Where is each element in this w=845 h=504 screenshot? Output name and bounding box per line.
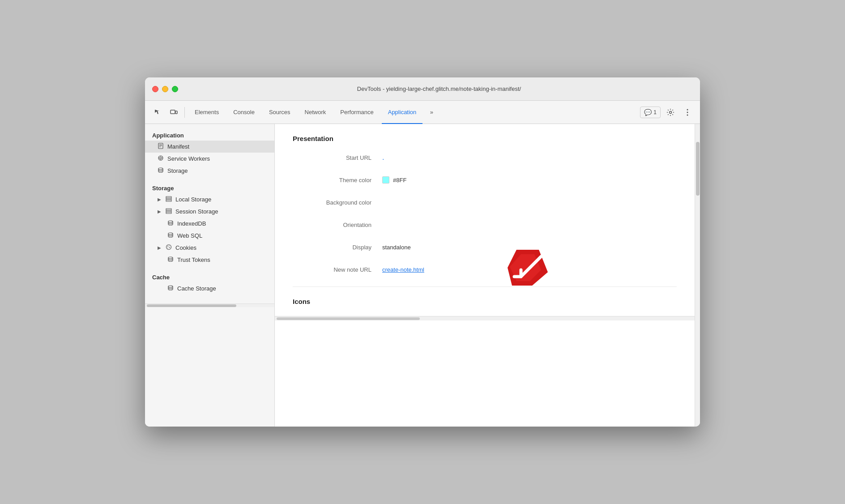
sidebar-item-cache-storage[interactable]: Cache Storage xyxy=(145,282,274,295)
content-scrollbar-thumb xyxy=(277,317,420,320)
tab-sources[interactable]: Sources xyxy=(263,101,297,124)
svg-point-4 xyxy=(687,111,688,113)
svg-point-24 xyxy=(168,233,173,235)
sidebar-item-service-workers[interactable]: Service Workers xyxy=(145,153,274,165)
svg-rect-1 xyxy=(175,111,177,114)
svg-point-23 xyxy=(168,221,173,222)
start-url-label: Start URL xyxy=(293,154,382,161)
device-toolbar-button[interactable] xyxy=(166,105,181,120)
more-tabs-button[interactable]: » xyxy=(424,105,439,120)
manifest-icon xyxy=(158,143,164,150)
content-area: Presentation Start URL . Theme color #8F… xyxy=(275,124,695,427)
local-storage-icon xyxy=(166,196,172,203)
manifest-label: Manifest xyxy=(167,143,189,150)
close-button[interactable] xyxy=(152,86,158,92)
sidebar-scrollbar[interactable] xyxy=(145,303,274,307)
theme-color-row: Theme color #8FF xyxy=(293,174,677,186)
inspect-element-button[interactable] xyxy=(150,105,165,120)
svg-rect-17 xyxy=(166,196,171,198)
messages-button[interactable]: 💬 1 xyxy=(640,107,661,118)
cache-storage-label: Cache Storage xyxy=(177,285,216,292)
session-storage-chevron: ▶ xyxy=(158,209,161,214)
more-options-button[interactable] xyxy=(680,105,695,120)
maximize-button[interactable] xyxy=(172,86,178,92)
display-label: Display xyxy=(293,244,382,251)
svg-rect-20 xyxy=(166,209,171,210)
storage-label: Storage xyxy=(167,167,188,174)
sidebar-item-manifest[interactable]: Manifest xyxy=(145,141,274,153)
cookies-icon xyxy=(166,244,172,252)
orientation-label: Orientation xyxy=(293,222,382,228)
sidebar-item-storage[interactable]: Storage xyxy=(145,165,274,177)
websql-label: Web SQL xyxy=(177,232,202,239)
session-storage-label: Session Storage xyxy=(175,208,218,215)
main-area: Application Manifest Service Workers Sto… xyxy=(145,124,700,427)
new-note-url-value[interactable]: create-note.html xyxy=(382,266,424,273)
session-storage-icon xyxy=(166,208,172,215)
trust-tokens-label: Trust Tokens xyxy=(177,256,210,263)
tab-performance[interactable]: Performance xyxy=(334,101,380,124)
sidebar-item-cookies[interactable]: ▶ Cookies xyxy=(145,242,274,254)
cookies-label: Cookies xyxy=(175,244,196,251)
cache-section-title: Cache xyxy=(145,271,274,282)
settings-button[interactable] xyxy=(663,105,678,120)
background-color-label: Background color xyxy=(293,199,382,206)
svg-point-29 xyxy=(167,248,168,248)
tab-elements[interactable]: Elements xyxy=(188,101,225,124)
traffic-lights xyxy=(152,86,178,92)
sidebar-item-session-storage[interactable]: ▶ Session Storage xyxy=(145,205,274,218)
service-workers-icon xyxy=(158,155,164,162)
new-note-url-row: New note URL create-note.html xyxy=(293,263,677,276)
display-row: Display standalone xyxy=(293,241,677,253)
svg-point-26 xyxy=(167,246,168,247)
service-workers-label: Service Workers xyxy=(167,155,210,162)
toolbar-right: 💬 1 xyxy=(640,105,695,120)
svg-point-2 xyxy=(670,111,672,113)
right-scrollbar-thumb xyxy=(696,142,700,196)
right-scrollbar[interactable] xyxy=(695,124,700,427)
content-bottom-scrollbar[interactable] xyxy=(275,316,695,320)
svg-rect-21 xyxy=(166,210,171,212)
sidebar-scrollbar-thumb xyxy=(147,304,236,307)
tab-console[interactable]: Console xyxy=(227,101,261,124)
storage-main-icon xyxy=(158,167,164,175)
svg-point-30 xyxy=(168,257,173,259)
svg-marker-32 xyxy=(508,250,548,286)
svg-rect-22 xyxy=(166,212,171,214)
sidebar-item-web-sql[interactable]: Web SQL xyxy=(145,230,274,242)
start-url-value: . xyxy=(382,154,384,162)
orientation-row: Orientation xyxy=(293,218,677,231)
icons-title: Icons xyxy=(293,298,677,305)
theme-color-value: #8FF xyxy=(382,176,406,184)
svg-point-25 xyxy=(166,245,171,250)
svg-point-27 xyxy=(169,245,170,246)
trust-tokens-icon xyxy=(167,256,174,264)
svg-point-11 xyxy=(160,157,162,159)
svg-marker-33 xyxy=(510,254,541,281)
display-value: standalone xyxy=(382,244,411,251)
minimize-button[interactable] xyxy=(162,86,168,92)
sidebar-item-local-storage[interactable]: ▶ Local Storage xyxy=(145,193,274,205)
svg-point-28 xyxy=(169,247,170,248)
sidebar-item-trust-tokens[interactable]: Trust Tokens xyxy=(145,254,274,266)
section-divider xyxy=(293,286,677,287)
theme-color-text: #8FF xyxy=(393,177,406,184)
presentation-title: Presentation xyxy=(293,135,677,142)
tab-application[interactable]: Application xyxy=(382,101,423,124)
sidebar-item-indexeddb[interactable]: IndexedDB xyxy=(145,218,274,230)
start-url-row: Start URL . xyxy=(293,151,677,164)
theme-color-label: Theme color xyxy=(293,177,382,184)
cache-storage-icon xyxy=(167,285,174,292)
theme-color-swatch[interactable] xyxy=(382,176,389,184)
content-inner: Presentation Start URL . Theme color #8F… xyxy=(275,124,695,316)
tab-network[interactable]: Network xyxy=(299,101,333,124)
arrow-annotation xyxy=(508,250,548,287)
new-note-url-label: New note URL xyxy=(293,266,382,273)
background-color-row: Background color xyxy=(293,196,677,209)
svg-point-16 xyxy=(158,168,163,170)
toolbar: Elements Console Sources Network Perform… xyxy=(145,101,700,124)
indexeddb-icon xyxy=(167,220,174,227)
title-bar: DevTools - yielding-large-chef.glitch.me… xyxy=(145,77,700,101)
window-title: DevTools - yielding-large-chef.glitch.me… xyxy=(185,85,693,92)
local-storage-chevron: ▶ xyxy=(158,197,161,202)
